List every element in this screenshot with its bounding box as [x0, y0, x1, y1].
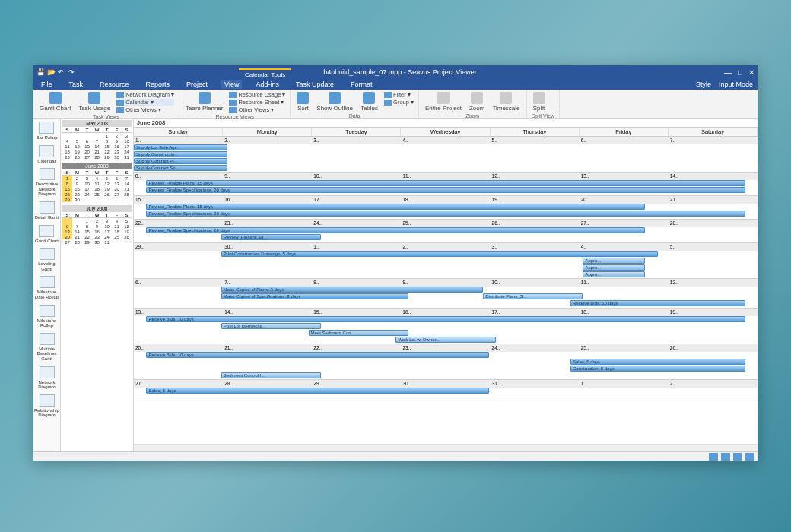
date-cell[interactable]: 19.. [669, 309, 758, 316]
network-diagram-button[interactable]: Network Diagram ▾ [116, 91, 174, 98]
other-views-button[interactable]: Other Views ▾ [116, 106, 174, 113]
date-cell[interactable]: 29.. [312, 380, 401, 388]
minical-1[interactable]: June 2008SMTWTFS123456789101112131415161… [62, 163, 132, 202]
task-bar[interactable]: Make Copies of Plans; 3 days [221, 287, 483, 293]
menu-project[interactable]: Project [183, 80, 211, 89]
date-cell[interactable]: 1.. [312, 243, 401, 251]
split-button[interactable]: Split [532, 91, 547, 112]
date-cell[interactable]: 23.. [401, 344, 490, 352]
task-bar[interactable]: Sediment Control I... [221, 372, 321, 378]
date-cell[interactable]: 22.. [134, 220, 223, 227]
date-cell[interactable]: 5.. [491, 137, 580, 144]
close-icon[interactable]: ✕ [748, 68, 754, 77]
menu-view[interactable]: View [221, 80, 242, 89]
date-cell[interactable]: 17.. [312, 196, 401, 204]
task-bar[interactable]: Print Construction Drawings; 5 days [221, 251, 658, 257]
date-cell[interactable]: 31.. [491, 380, 580, 388]
undo-icon[interactable]: ↶ [58, 68, 65, 76]
task-bar[interactable]: Distribute Plans_S... [483, 293, 583, 299]
date-cell[interactable]: 16.. [401, 309, 490, 316]
date-cell[interactable]: 10.. [491, 279, 580, 287]
outline-button[interactable]: Show Outline [315, 91, 354, 112]
menu-addins[interactable]: Add-ins [253, 80, 282, 89]
sidebar-item-4[interactable]: Gantt Chart [35, 225, 59, 244]
date-cell[interactable]: 21.. [223, 344, 312, 352]
date-cell[interactable]: 8.. [134, 173, 223, 180]
date-cell[interactable]: 2.. [669, 380, 758, 388]
weeks-container[interactable]: 1..2..3..4..5..6..7..Supply Lot Sale Agr… [134, 137, 758, 444]
minical-0[interactable]: May 2008SMTWTFS1234567891011121314151617… [62, 120, 132, 160]
sidebar-item-5[interactable]: Leveling Gantt [33, 248, 60, 271]
date-cell[interactable]: 28.. [223, 380, 312, 388]
date-cell[interactable]: 22.. [312, 344, 401, 352]
sidebar-item-3[interactable]: Detail Gantt [35, 201, 59, 220]
date-cell[interactable]: 4.. [401, 137, 490, 144]
view-shortcut-2[interactable] [721, 453, 730, 461]
open-icon[interactable]: 📂 [47, 68, 55, 76]
sidebar-item-10[interactable]: Relationship Diagram [33, 394, 60, 418]
date-cell[interactable]: 3.. [491, 243, 580, 251]
task-bar[interactable]: Supply Lot Sale Agr... [134, 144, 227, 150]
maximize-icon[interactable]: □ [738, 68, 742, 77]
task-bar[interactable]: Sales; 5 days [570, 359, 745, 365]
minimize-icon[interactable]: — [724, 68, 732, 77]
task-bar[interactable]: Meet Sediment Con... [309, 330, 408, 336]
minical-2[interactable]: July 2008SMTWTFS123456789101112131415161… [62, 205, 132, 245]
date-cell[interactable]: 1.. [134, 137, 223, 144]
menu-resource[interactable]: Resource [97, 80, 132, 89]
date-cell[interactable]: 15.. [312, 309, 401, 316]
task-bar[interactable]: Receive Bids; 10 days [146, 352, 489, 358]
task-bar[interactable]: Make Copies of Specifications; 2 days [221, 293, 408, 299]
date-cell[interactable]: 11.. [401, 173, 490, 180]
date-cell[interactable]: 30.. [223, 243, 312, 251]
tables-button[interactable]: Tables [359, 91, 380, 112]
date-cell[interactable]: 1.. [580, 380, 669, 388]
date-cell[interactable]: 11.. [580, 279, 669, 287]
task-bar[interactable]: Appro... [583, 264, 645, 271]
date-cell[interactable]: 28.. [669, 220, 758, 227]
menu-style[interactable]: Style [696, 81, 711, 88]
calendar-view-button[interactable]: Calendar ▾ [116, 99, 174, 106]
date-cell[interactable]: 7.. [223, 279, 312, 287]
horizontal-scrollbar[interactable] [134, 444, 758, 451]
zoom-button[interactable]: Zoom [468, 91, 486, 112]
date-cell[interactable]: 9.. [223, 173, 312, 180]
date-cell[interactable]: 25.. [580, 344, 669, 352]
date-cell[interactable]: 23.. [223, 220, 312, 227]
date-cell[interactable]: 15.. [134, 196, 223, 204]
sidebar-item-2[interactable]: Descriptive Network Diagram [33, 168, 60, 197]
task-bar[interactable]: Post Lot Identificati... [221, 323, 321, 329]
date-cell[interactable]: 13.. [580, 173, 669, 180]
sort-button[interactable]: Sort [295, 91, 310, 112]
menu-inputmode[interactable]: Input Mode [719, 81, 753, 88]
date-cell[interactable]: 2.. [401, 243, 490, 251]
task-bar[interactable]: Appro... [583, 258, 645, 264]
filter-button[interactable]: Filter ▾ [384, 91, 414, 98]
redo-icon[interactable]: ↷ [68, 68, 76, 76]
sidebar-item-0[interactable]: Bar Rollup [36, 122, 57, 141]
date-cell[interactable]: 19.. [491, 196, 580, 204]
date-cell[interactable]: 18.. [580, 309, 669, 316]
date-cell[interactable]: 26.. [491, 220, 580, 227]
task-bar[interactable]: Review_Finalize Specifications; 20 days [146, 187, 745, 193]
resource-usage-button[interactable]: Resource Usage ▾ [229, 91, 285, 98]
view-shortcut-4[interactable] [745, 453, 754, 461]
task-bar[interactable]: Review_Finalize Plans; 15 days [146, 180, 745, 186]
date-cell[interactable]: 2.. [223, 137, 312, 144]
task-bar[interactable]: Supply Contract Sp... [134, 165, 227, 171]
date-cell[interactable]: 20.. [580, 196, 669, 204]
sidebar-item-6[interactable]: Milestone Date Rollup [33, 276, 60, 299]
date-cell[interactable]: 6.. [134, 279, 223, 287]
date-cell[interactable]: 14.. [669, 173, 758, 180]
sidebar-item-7[interactable]: Milestone Rollup [33, 305, 60, 328]
entire-project-button[interactable]: Entire Project [424, 91, 463, 112]
view-shortcut-3[interactable] [733, 453, 742, 461]
task-bar[interactable]: Supply Contract Pl... [134, 158, 227, 164]
task-bar[interactable]: Construction; 5 days [570, 366, 745, 372]
save-icon[interactable]: 💾 [37, 68, 44, 76]
task-bar[interactable]: Review_Finalize Plans; 15 days [146, 204, 645, 210]
task-bar[interactable]: Review_Finalize Specifications; 20 days [146, 227, 645, 233]
task-bar[interactable]: Receive Bids; 10 days [146, 316, 745, 322]
date-cell[interactable]: 6.. [580, 137, 669, 144]
menu-task[interactable]: Task [66, 80, 87, 89]
